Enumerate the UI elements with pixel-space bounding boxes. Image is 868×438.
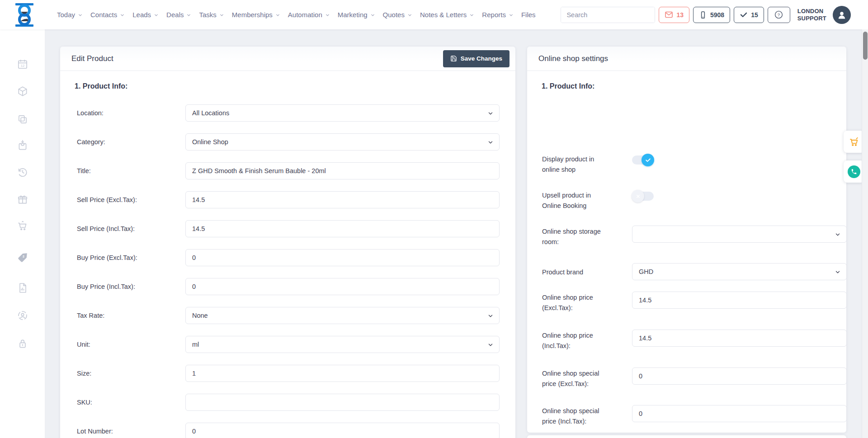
unit-select[interactable]: ml [185, 336, 500, 353]
sidebar-item-price-tag-icon[interactable]: $ [17, 252, 28, 264]
nav-item-label: Reports [482, 11, 506, 19]
field-control-upsell [632, 189, 847, 201]
nav-item-label: Contacts [90, 11, 117, 19]
nav-item-memberships[interactable]: Memberships [232, 11, 280, 19]
storage-room-select[interactable] [632, 226, 847, 243]
sidebar-item-cart-icon[interactable] [17, 220, 28, 232]
app-logo-hourglass-icon[interactable] [13, 3, 36, 27]
field-label-sell-price-incl: Sell Price (Incl.Tax): [77, 225, 185, 232]
sell-price-incl-input[interactable] [192, 225, 493, 232]
sidebar-item-copy-icon[interactable] [17, 113, 28, 125]
nav-item-quotes[interactable]: Quotes [383, 11, 412, 19]
lot-number-input[interactable] [192, 428, 493, 435]
sidebar-item-gift-icon[interactable] [17, 193, 28, 205]
question-icon: ? [774, 10, 783, 19]
shop-price-excl-field [632, 292, 847, 309]
sell-price-excl-field [185, 191, 500, 208]
tax-rate-select[interactable]: None [185, 307, 500, 324]
special-price-excl-input[interactable] [639, 372, 840, 380]
display-in-shop-toggle[interactable] [632, 155, 654, 165]
tasks-badge[interactable]: 15 [734, 7, 764, 23]
field-label-display-in-shop: Display product inonline shop [542, 154, 617, 175]
field-label-storage-room: Online shop storageroom: [542, 226, 617, 247]
nav-item-label: Quotes [383, 11, 405, 19]
sidebar-item-bag-receive-icon[interactable] [17, 140, 28, 151]
field-label-location: Location: [77, 109, 185, 117]
field-control-display-in-shop [632, 153, 847, 165]
title-input[interactable] [192, 167, 493, 174]
next-section-card-sliver [527, 435, 846, 438]
form-row-unit: Unit:ml [77, 336, 515, 353]
nav-item-label: Tasks [199, 11, 216, 19]
upsell-toggle[interactable] [632, 192, 654, 201]
shop-price-incl-field [632, 330, 847, 347]
nav-item-today[interactable]: Today [57, 11, 83, 19]
nav-item-files[interactable]: Files [521, 11, 536, 19]
form-row-size: Size: [77, 365, 515, 382]
field-control-shop-price-incl [632, 330, 847, 347]
phone-teal-icon [848, 165, 860, 178]
panel-title: Online shop settings [538, 54, 608, 63]
field-label-size: Size: [77, 370, 185, 377]
sidebar-item-account-icon[interactable] [17, 310, 28, 321]
nav-item-automation[interactable]: Automation [288, 11, 330, 19]
size-field [185, 365, 500, 382]
nav-item-reports[interactable]: Reports [482, 11, 514, 19]
chevron-down-icon [219, 13, 224, 18]
form-row-title: Title: [77, 162, 515, 179]
sell-price-excl-input[interactable] [192, 196, 493, 203]
mail-notifications-badge[interactable]: 13 [659, 7, 689, 23]
nav-item-deals[interactable]: Deals [166, 11, 191, 19]
size-input[interactable] [192, 370, 493, 377]
field-control-shop-price-excl [632, 292, 847, 309]
online-shop-header: Online shop settings [527, 47, 846, 71]
buy-price-excl-input[interactable] [192, 254, 493, 261]
nav-item-leads[interactable]: Leads [132, 11, 159, 19]
scrollbar-thumb[interactable] [863, 32, 868, 60]
search-input[interactable] [561, 7, 655, 23]
nav-item-label: Files [521, 11, 536, 19]
buy-price-incl-input[interactable] [192, 283, 493, 290]
save-changes-button[interactable]: Save Changes [443, 50, 509, 67]
form-row-sell-price-incl: Sell Price (Incl.Tax): [77, 220, 515, 237]
chevron-down-icon [487, 313, 494, 319]
user-name[interactable]: LONDON SUPPORT [797, 8, 826, 22]
envelope-icon [665, 10, 673, 19]
shop-price-incl-input[interactable] [639, 334, 840, 342]
location-select[interactable]: All Locations [185, 104, 500, 122]
edit-product-panel: Edit Product Save Changes 1. Product Inf… [60, 47, 515, 438]
field-label-buy-price-incl: Buy Price (Incl.Tax): [77, 283, 185, 290]
sidebar-item-sales-report-icon[interactable] [17, 282, 28, 294]
cart-orange-icon [849, 137, 859, 147]
sidebar-item-history-icon[interactable] [17, 166, 28, 178]
main-menu: TodayContactsLeadsDealsTasksMembershipsA… [57, 11, 536, 19]
field-label-special-price-excl: Online shop specialprice (Excl.Tax): [542, 368, 617, 389]
shop-price-excl-input[interactable] [639, 297, 840, 304]
sidebar-item-lock-icon[interactable] [17, 338, 28, 349]
nav-item-marketing[interactable]: Marketing [338, 11, 375, 19]
calls-count: 5908 [710, 11, 724, 19]
sidebar-item-calendar-icon[interactable]: 12 [17, 58, 28, 70]
nav-item-contacts[interactable]: Contacts [90, 11, 125, 19]
selected-value: None [192, 312, 208, 319]
help-button[interactable]: ? [768, 7, 790, 23]
chevron-down-icon [509, 13, 514, 18]
sku-field [185, 394, 500, 411]
form-row-sell-price-excl: Sell Price (Excl.Tax): [77, 191, 515, 208]
field-label-upsell: Upsell product inOnline Booking [542, 190, 617, 211]
special-price-incl-input[interactable] [639, 410, 840, 417]
category-select[interactable]: Online Shop [185, 133, 500, 151]
person-icon [836, 9, 847, 20]
chevron-down-icon [487, 139, 494, 146]
calls-badge[interactable]: 5908 [693, 7, 730, 23]
sidebar-item-package-icon[interactable] [17, 85, 28, 97]
form-row-sku: SKU: [77, 394, 515, 411]
nav-item-notes-letters[interactable]: Notes & Letters [420, 11, 474, 19]
product-brand-select[interactable]: GHD [632, 263, 847, 280]
avatar[interactable] [833, 6, 851, 24]
field-label-shop-price-incl: Online shop price(Incl.Tax): [542, 330, 617, 351]
field-control-special-price-incl [632, 405, 847, 422]
sku-input[interactable] [192, 399, 493, 406]
nav-item-tasks[interactable]: Tasks [199, 11, 224, 19]
chevron-down-icon [469, 13, 474, 18]
